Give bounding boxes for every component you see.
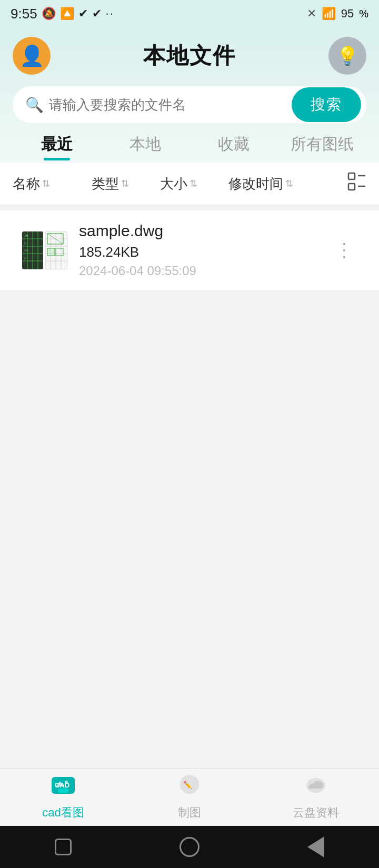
file-size: 185.24KB	[79, 244, 330, 260]
tab-recent[interactable]: 最近	[13, 134, 101, 160]
bottom-nav: CAD cad看图 ✏️ 制图 云盘资料	[0, 768, 379, 826]
date-sort-icon: ⇅	[285, 178, 293, 189]
svg-rect-1	[348, 184, 355, 190]
draw-icon: ✏️	[176, 774, 203, 802]
svg-rect-27	[47, 248, 55, 256]
back-icon	[307, 836, 324, 857]
status-bar: 9:55 🔕 🔼 ✔ ✔ ·· ✕ 📶 95 %	[0, 0, 379, 27]
settings-button[interactable]: 💡	[328, 37, 366, 75]
content-area: 名称 ⇅ 类型 ⇅ 大小 ⇅ 修改时间 ⇅	[0, 163, 379, 532]
sys-back-button[interactable]	[303, 834, 329, 860]
sys-recent-button[interactable]	[50, 834, 76, 860]
header: 👤 本地文件 💡 🔍 搜索 最近 本地 收藏 所有图纸	[0, 27, 379, 163]
nav-cloud[interactable]: 云盘资料	[253, 774, 379, 821]
file-thumbnail: Att ||| --- ### |||	[21, 229, 68, 271]
nav-draw[interactable]: ✏️ 制图	[126, 774, 253, 821]
svg-rect-0	[348, 173, 355, 179]
file-list: Att ||| --- ### |||	[0, 210, 379, 290]
system-nav-bar	[0, 826, 379, 868]
sys-home-button[interactable]	[176, 834, 203, 860]
recent-apps-icon	[55, 839, 72, 855]
nav-draw-label: 制图	[178, 805, 201, 821]
home-icon	[179, 837, 200, 857]
wifi-icon: 📶	[322, 7, 336, 21]
status-time: 9:55 🔕 🔼 ✔ ✔ ··	[11, 6, 114, 22]
nav-cloud-label: 云盘资料	[293, 805, 339, 821]
table-header: 名称 ⇅ 类型 ⇅ 大小 ⇅ 修改时间 ⇅	[0, 163, 379, 205]
tab-local[interactable]: 本地	[101, 134, 190, 160]
file-info: sample.dwg 185.24KB 2024-06-04 09:55:09	[79, 222, 330, 278]
col-date[interactable]: 修改时间 ⇅	[228, 175, 347, 193]
size-sort-icon: ⇅	[190, 178, 197, 189]
col-type[interactable]: 类型 ⇅	[92, 175, 160, 193]
col-name[interactable]: 名称 ⇅	[13, 175, 92, 193]
svg-text:✏️: ✏️	[183, 781, 193, 790]
tab-favorites[interactable]: 收藏	[190, 134, 278, 160]
tab-all[interactable]: 所有图纸	[278, 134, 366, 160]
nav-cad-label: cad看图	[42, 805, 84, 821]
header-row: 👤 本地文件 💡	[13, 37, 366, 75]
search-icon: 🔍	[25, 96, 44, 114]
empty-area	[0, 532, 379, 769]
svg-text:|||: |||	[24, 241, 26, 245]
svg-rect-31	[58, 789, 68, 793]
avatar[interactable]: 👤	[13, 37, 51, 75]
user-icon: 👤	[19, 44, 44, 67]
search-bar: 🔍 搜索	[13, 86, 366, 123]
bulb-icon: 💡	[336, 45, 358, 66]
nav-cad[interactable]: CAD cad看图	[0, 774, 126, 821]
view-toggle-button[interactable]	[347, 172, 366, 195]
status-indicators: ✕ 📶 95 %	[307, 7, 368, 21]
page-title: 本地文件	[143, 41, 236, 70]
file-menu-button[interactable]: ⋮	[330, 241, 358, 260]
svg-text:Att: Att	[24, 234, 28, 237]
cad-icon: CAD	[49, 774, 77, 802]
svg-text:---: ---	[29, 241, 32, 245]
name-sort-icon: ⇅	[42, 178, 50, 189]
table-row[interactable]: Att ||| --- ### |||	[8, 210, 371, 290]
battery-indicator: 95	[341, 7, 354, 21]
search-input[interactable]	[49, 97, 292, 113]
type-sort-icon: ⇅	[121, 178, 129, 189]
cloud-icon	[302, 774, 330, 802]
file-date: 2024-06-04 09:55:09	[79, 264, 330, 278]
file-name: sample.dwg	[79, 222, 330, 240]
col-size[interactable]: 大小 ⇅	[160, 175, 228, 193]
tabs-row: 最近 本地 收藏 所有图纸	[13, 134, 366, 163]
svg-point-33	[65, 781, 68, 784]
svg-text:|||: |||	[24, 256, 26, 259]
search-button[interactable]: 搜索	[292, 87, 361, 122]
svg-text:###: ###	[24, 249, 29, 252]
